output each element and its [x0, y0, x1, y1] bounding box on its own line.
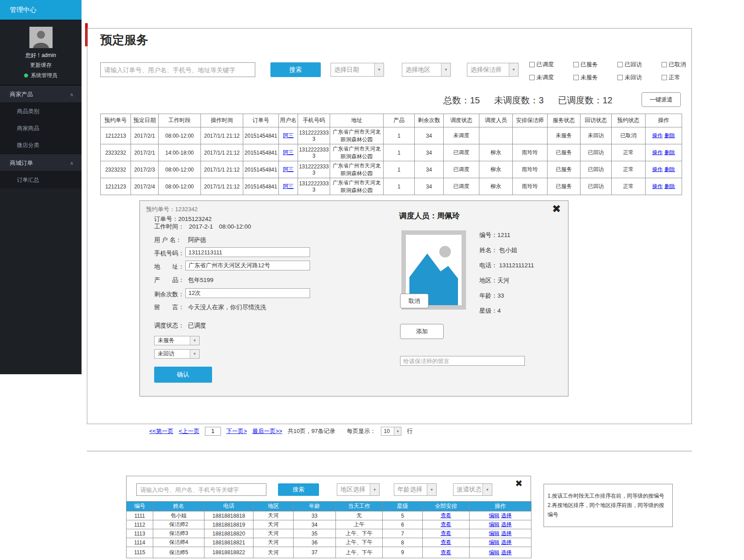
- staff-info-line: 电话： 13112111211: [479, 262, 534, 270]
- service-status-select[interactable]: 未服务 ▼: [154, 336, 200, 345]
- edit-link[interactable]: 编辑: [489, 549, 499, 556]
- staff-info-line: 年龄：33: [479, 292, 534, 300]
- filter-checkbox[interactable]: 已取消: [662, 61, 686, 69]
- close-icon[interactable]: ✖: [552, 204, 561, 214]
- table-cell: 2017/1/1 21:12: [201, 127, 243, 144]
- checkbox-icon[interactable]: [617, 75, 623, 80]
- table-cell: 18818818822: [204, 547, 253, 558]
- table-cell: 保洁师3: [153, 529, 204, 538]
- address-input[interactable]: [185, 261, 310, 270]
- popup-age-select[interactable]: 年龄选择 ▼: [394, 483, 437, 496]
- cleaner-search-input[interactable]: [136, 483, 266, 496]
- column-header: 当天工作: [336, 502, 383, 511]
- staff-info-line: 星级：4: [479, 307, 534, 315]
- next-page-link[interactable]: 下一页>: [226, 427, 247, 435]
- last-page-link[interactable]: 最后一页>>: [252, 427, 282, 435]
- table-cell: 阿三: [279, 144, 298, 161]
- search-button[interactable]: 搜索: [270, 62, 321, 77]
- operate-link[interactable]: 操作: [652, 166, 663, 172]
- user-link[interactable]: 阿三: [283, 166, 294, 172]
- cleaner-select[interactable]: 选择保洁师 ▼: [467, 63, 519, 77]
- delete-link[interactable]: 删除: [664, 132, 675, 139]
- filter-checkbox[interactable]: 未回访: [617, 74, 642, 82]
- edit-link[interactable]: 编辑: [489, 539, 499, 545]
- popup-dispatch-select[interactable]: 派遣状态 ▼: [453, 483, 492, 496]
- checkbox-icon[interactable]: [573, 75, 579, 80]
- table-cell: 雨玲玲: [513, 144, 548, 161]
- filter-checkbox[interactable]: 未调度: [529, 74, 554, 82]
- remaining-input[interactable]: [185, 288, 310, 298]
- search-input[interactable]: [100, 62, 255, 77]
- popup-region-select[interactable]: 地区选择 ▼: [337, 483, 380, 496]
- region-select[interactable]: 选择地区 ▼: [402, 63, 451, 77]
- delete-link[interactable]: 删除: [664, 183, 675, 189]
- cleaner-search-button[interactable]: 搜索: [278, 483, 319, 496]
- select-link[interactable]: 选择: [501, 549, 512, 556]
- operate-link[interactable]: 操作: [652, 183, 663, 189]
- table-cell: 查看: [423, 520, 470, 529]
- edit-link[interactable]: 编辑: [489, 512, 499, 519]
- delete-link[interactable]: 删除: [664, 149, 675, 155]
- sidebar-item[interactable]: 微店分类: [0, 137, 82, 154]
- table-cell: 2017/1/1 21:12: [201, 161, 243, 178]
- select-link[interactable]: 选择: [501, 539, 512, 545]
- visit-status-select[interactable]: 未回访 ▼: [154, 349, 200, 359]
- user-link[interactable]: 阿三: [283, 183, 294, 189]
- user-link[interactable]: 阿三: [283, 132, 294, 139]
- filter-checkbox[interactable]: 已服务: [573, 61, 598, 69]
- sidebar-item[interactable]: 商品类别: [0, 103, 82, 120]
- cancel-button[interactable]: 取消: [400, 294, 429, 308]
- sidebar-item[interactable]: 商家商品: [0, 120, 82, 137]
- sidebar-item[interactable]: 订单汇总: [0, 172, 82, 188]
- date-select[interactable]: 选择日期 ▼: [331, 63, 384, 77]
- checkbox-icon[interactable]: [529, 75, 535, 80]
- filter-checkbox[interactable]: 正常: [662, 74, 686, 82]
- operate-link[interactable]: 操作: [652, 149, 663, 155]
- refresh-cache-link[interactable]: 更新缓存: [0, 61, 82, 69]
- sidebar-section[interactable]: 商家产品∧: [0, 85, 82, 103]
- column-header: 订单号: [243, 114, 279, 127]
- sidebar-section-label: 商家产品: [10, 86, 33, 102]
- per-page-label: 每页显示：: [347, 427, 376, 435]
- select-link[interactable]: 选择: [501, 530, 512, 536]
- view-link[interactable]: 查看: [441, 530, 451, 536]
- filter-checkbox[interactable]: 已调度: [529, 61, 554, 69]
- column-header: 星级: [383, 502, 423, 511]
- checkbox-icon[interactable]: [662, 75, 667, 80]
- edit-link[interactable]: 编辑: [489, 521, 499, 527]
- select-link[interactable]: 选择: [501, 521, 512, 527]
- operate-link[interactable]: 操作: [652, 132, 663, 139]
- checkbox-label: 未调度: [536, 74, 554, 82]
- view-link[interactable]: 查看: [441, 521, 451, 527]
- prev-page-link[interactable]: <上一页: [179, 427, 200, 435]
- page-number-input[interactable]: [205, 427, 221, 436]
- view-link[interactable]: 查看: [441, 539, 451, 545]
- one-key-dispatch-button[interactable]: 一键派遣: [642, 92, 681, 107]
- view-link[interactable]: 查看: [441, 549, 451, 556]
- add-button[interactable]: 添加: [400, 324, 444, 339]
- table-cell: 08:00-12:00: [159, 161, 201, 178]
- sidebar-section[interactable]: 商城订单∧: [0, 154, 82, 172]
- view-link[interactable]: 查看: [441, 512, 451, 519]
- filter-checkbox[interactable]: 已回访: [617, 61, 642, 69]
- delete-link[interactable]: 删除: [664, 166, 675, 172]
- close-icon[interactable]: ✖: [515, 479, 523, 488]
- user-link[interactable]: 阿三: [283, 149, 294, 155]
- staff-note-input[interactable]: [400, 356, 525, 366]
- filter-checkbox[interactable]: 未服务: [573, 74, 598, 82]
- table-cell: 36: [294, 538, 336, 547]
- checkbox-icon[interactable]: [573, 62, 579, 67]
- confirm-button[interactable]: 确认: [154, 367, 212, 383]
- checkbox-icon[interactable]: [617, 62, 623, 67]
- select-link[interactable]: 选择: [501, 512, 512, 519]
- per-page-select[interactable]: 10 ▼: [381, 427, 401, 436]
- rows-unit-label: 行: [407, 427, 413, 435]
- phone-input[interactable]: [185, 247, 310, 257]
- edit-link[interactable]: 编辑: [489, 530, 499, 536]
- checkbox-icon[interactable]: [662, 62, 667, 67]
- table-cell: 34: [415, 127, 444, 144]
- checkbox-icon[interactable]: [529, 62, 535, 67]
- first-page-link[interactable]: <<第一页: [149, 427, 173, 435]
- stats-row: 总数：15 未调度数：3 已调度数：12: [443, 94, 613, 106]
- column-header: 操作: [470, 502, 531, 511]
